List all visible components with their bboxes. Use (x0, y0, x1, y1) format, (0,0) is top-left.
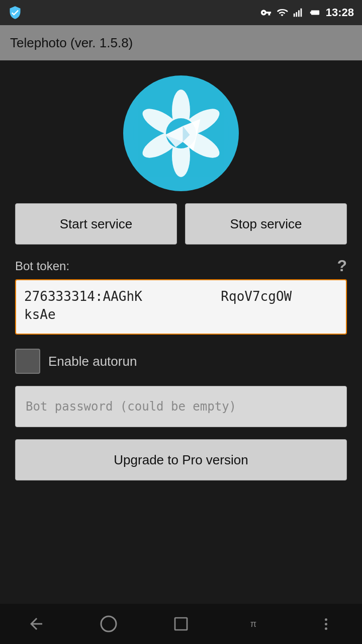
key-icon (260, 7, 272, 18)
bottom-nav: π (0, 604, 362, 644)
status-bar-right: 13:28 (260, 6, 354, 19)
status-bar-left (8, 6, 22, 20)
title-bar: Telephoto (ver. 1.5.8) (0, 25, 362, 60)
autorun-checkbox[interactable] (15, 349, 40, 374)
status-time: 13:28 (326, 6, 354, 19)
signal-icon (293, 7, 304, 18)
bot-token-label: Bot token: (15, 259, 69, 273)
wifi-icon (276, 7, 289, 18)
svg-rect-2 (298, 10, 300, 17)
bot-password-input[interactable] (15, 386, 347, 427)
svg-point-17 (101, 616, 116, 631)
svg-rect-18 (175, 618, 187, 630)
app-logo (123, 75, 239, 191)
logo-svg (131, 83, 231, 184)
upgrade-button[interactable]: Upgrade to Pro version (15, 439, 347, 480)
status-bar: 13:28 (0, 0, 362, 25)
svg-rect-1 (296, 12, 297, 17)
battery-icon (308, 7, 322, 18)
app-title: Telephoto (ver. 1.5.8) (10, 35, 133, 51)
bot-token-label-row: Bot token: ? (15, 257, 347, 275)
help-icon[interactable]: ? (337, 257, 347, 275)
menu-dots-button[interactable] (306, 604, 346, 644)
back-button[interactable] (16, 604, 56, 644)
svg-rect-0 (294, 14, 295, 17)
main-content: Start service Stop service Bot token: ? … (0, 60, 362, 491)
bot-token-section: Bot token: ? 276333314:AAGhK RqoV7cgOW k… (15, 257, 347, 337)
home-button[interactable] (88, 604, 129, 644)
stop-service-button[interactable]: Stop service (185, 203, 347, 245)
shield-icon (8, 6, 22, 20)
recent-apps-button[interactable] (161, 604, 201, 644)
svg-rect-5 (318, 12, 319, 13)
start-service-button[interactable]: Start service (15, 203, 177, 245)
service-buttons-row: Start service Stop service (15, 203, 347, 245)
svg-rect-3 (300, 9, 302, 17)
autorun-row: Enable autorun (15, 349, 347, 374)
svg-rect-4 (310, 12, 318, 14)
autorun-label: Enable autorun (48, 354, 137, 369)
extra-button[interactable]: π (233, 604, 274, 644)
bot-token-input[interactable]: 276333314:AAGhK RqoV7cgOW ksAe (15, 279, 347, 335)
